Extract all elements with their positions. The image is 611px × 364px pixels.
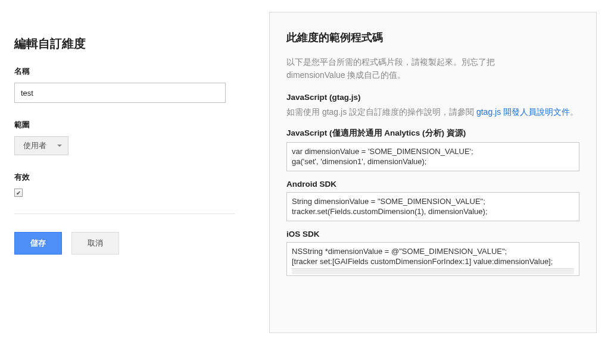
- ios-heading: iOS SDK: [286, 230, 579, 239]
- ua-code-line1: var dimensionValue = 'SOME_DIMENSION_VAL…: [292, 146, 574, 157]
- android-heading: Android SDK: [286, 180, 579, 189]
- active-label: 有效: [14, 172, 235, 183]
- android-code-line1: String dimensionValue = "SOME_DIMENSION_…: [292, 196, 574, 207]
- caret-down-icon: [57, 145, 62, 147]
- code-panel-title: 此維度的範例程式碼: [286, 30, 579, 45]
- code-intro: 以下是您平台所需的程式碼片段，請複製起來。別忘了把 dimensionValue…: [286, 55, 579, 82]
- code-intro-line2: dimensionValue 換成自己的值。: [286, 70, 406, 80]
- gtag-doc-link[interactable]: gtag.js 開發人員說明文件: [476, 107, 570, 117]
- divider: [14, 214, 235, 214]
- gtag-description: 如需使用 gtag.js 設定自訂維度的操作說明，請參閱 gtag.js 開發人…: [286, 105, 579, 120]
- active-checkbox[interactable]: ✔: [14, 189, 23, 197]
- example-code-panel: 此維度的範例程式碼 以下是您平台所需的程式碼片段，請複製起來。別忘了把 dime…: [269, 12, 597, 333]
- ua-code-box[interactable]: var dimensionValue = 'SOME_DIMENSION_VAL…: [286, 142, 579, 171]
- android-code-line2: tracker.set(Fields.customDimension(1), d…: [292, 206, 574, 217]
- scrollbar[interactable]: [292, 268, 574, 274]
- scope-label: 範圍: [14, 120, 235, 130]
- ios-code-box[interactable]: NSString *dimensionValue = @"SOME_DIMENS…: [286, 242, 579, 276]
- ios-code-line1: NSString *dimensionValue = @"SOME_DIMENS…: [292, 246, 574, 257]
- code-intro-line1: 以下是您平台所需的程式碼片段，請複製起來。別忘了把: [286, 57, 495, 67]
- edit-dimension-form: 編輯自訂維度 名稱 範圍 使用者 有效 ✔ 儲存 取消: [14, 12, 235, 333]
- name-label: 名稱: [14, 66, 235, 77]
- page-title: 編輯自訂維度: [14, 36, 235, 52]
- android-code-box[interactable]: String dimensionValue = "SOME_DIMENSION_…: [286, 192, 579, 221]
- gtag-desc-prefix: 如需使用 gtag.js 設定自訂維度的操作說明，請參閱: [286, 107, 476, 117]
- name-field-block: 名稱: [14, 66, 235, 103]
- gtag-desc-suffix: 。: [570, 107, 578, 117]
- ua-heading: JavaScript (僅適用於通用 Analytics (分析) 資源): [286, 128, 579, 139]
- gtag-heading: JavaScript (gtag.js): [286, 93, 579, 102]
- ua-code-line2: ga('set', 'dimension1', dimensionValue);: [292, 156, 574, 167]
- scope-field-block: 範圍 使用者: [14, 120, 235, 155]
- save-button[interactable]: 儲存: [14, 232, 62, 255]
- name-input[interactable]: [14, 83, 226, 103]
- cancel-button[interactable]: 取消: [71, 232, 119, 255]
- button-row: 儲存 取消: [14, 232, 235, 255]
- scope-select[interactable]: 使用者: [14, 136, 68, 155]
- active-field-block: 有效 ✔: [14, 172, 235, 197]
- scope-select-value: 使用者: [23, 140, 46, 151]
- ios-code-line2: [tracker set:[GAIFields customDimensionF…: [292, 256, 574, 267]
